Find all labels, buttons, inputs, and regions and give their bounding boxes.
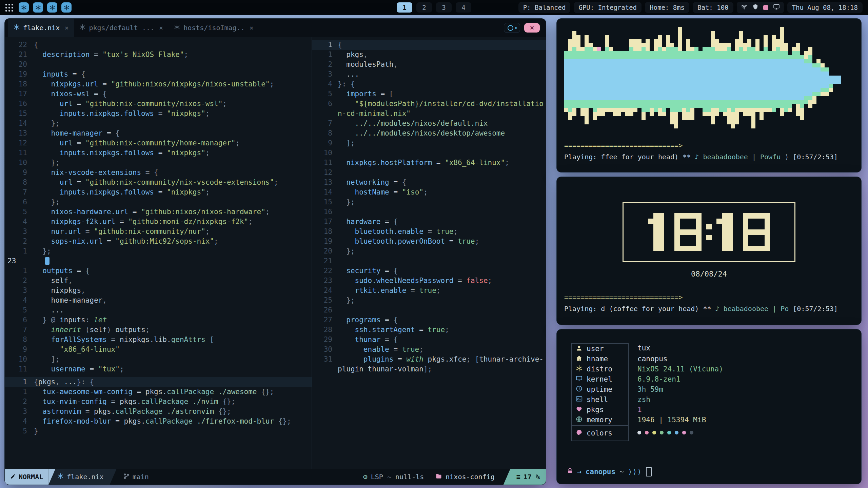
- code-line[interactable]: 15 inputs.nixpkgs.follows = "nixpkgs";: [5, 109, 312, 119]
- code-line[interactable]: 3 astronvim = pkgs.callPackage ./astronv…: [5, 407, 312, 416]
- code-line[interactable]: 4 home-manager,: [5, 296, 312, 305]
- tab-hosts-isoimage[interactable]: hosts/isoImag.. ×: [169, 19, 259, 37]
- code-line[interactable]: 26: [312, 305, 546, 315]
- code-line[interactable]: 6 } @ inputs: let: [5, 315, 312, 325]
- code-line[interactable]: 1 pkgs,: [312, 50, 546, 60]
- code-line[interactable]: 3 ...: [312, 69, 546, 79]
- code-line[interactable]: 10 };: [5, 158, 312, 168]
- code-line[interactable]: 4 nixpkgs-f2k.url = "github:moni-dz/nixp…: [5, 217, 312, 227]
- code-line[interactable]: 14 };: [5, 119, 312, 128]
- code-line[interactable]: 2 self,: [5, 276, 312, 286]
- shield-icon[interactable]: [752, 4, 758, 11]
- code-line[interactable]: 2 modulesPath,: [312, 60, 546, 69]
- code-line[interactable]: 11 username = "tux";: [5, 364, 312, 374]
- code-line[interactable]: 10: [312, 148, 546, 158]
- code-line[interactable]: 29 thunar = {: [312, 335, 546, 345]
- code-line[interactable]: 5 nixos-hardware.url = "github:nixos/nix…: [5, 207, 312, 217]
- code-line[interactable]: n-cd-minimal.nix": [312, 109, 546, 119]
- code-line[interactable]: 20: [5, 60, 312, 69]
- code-line[interactable]: 13 networking = {: [312, 178, 546, 187]
- code-line[interactable]: 13 home-manager = {: [5, 128, 312, 138]
- close-icon[interactable]: ×: [250, 24, 254, 32]
- display-icon[interactable]: [773, 3, 780, 12]
- code-line[interactable]: 22{: [5, 40, 312, 50]
- code-line[interactable]: 21: [312, 256, 546, 266]
- code-line[interactable]: 9 "x86_64-linux": [5, 345, 312, 354]
- code-line[interactable]: 4 firefox-mod-blur = pkgs.callPackage ./…: [5, 416, 312, 426]
- code-line[interactable]: 12: [312, 168, 546, 178]
- pane-hosts-isoimage[interactable]: 1{1 pkgs,2 modulesPath,3 ...4}: {5 impor…: [312, 37, 546, 469]
- code-line[interactable]: 3 nixpkgs,: [5, 286, 312, 296]
- code-line[interactable]: 28 ssh.startAgent = true;: [312, 325, 546, 335]
- code-line[interactable]: 22 security = {: [312, 266, 546, 276]
- code-line[interactable]: 4}: {: [312, 79, 546, 89]
- tag-2[interactable]: 2: [416, 2, 432, 13]
- dock-app-icon[interactable]: [61, 2, 72, 13]
- code-line[interactable]: 12 url = "github:nix-community/home-mana…: [5, 138, 312, 148]
- app-launcher-icon[interactable]: [5, 4, 13, 12]
- code-line[interactable]: 5 ...: [5, 305, 312, 315]
- code-line[interactable]: 25 };: [312, 296, 546, 305]
- close-icon[interactable]: ×: [159, 24, 163, 32]
- code-line[interactable]: 19 bluetooth.powerOnBoot = true;: [312, 237, 546, 246]
- code-line[interactable]: 16: [312, 207, 546, 217]
- code-line[interactable]: 23: [5, 256, 312, 266]
- code-line[interactable]: 6 };: [5, 197, 312, 207]
- code-line[interactable]: 7 inherit (self) outputs;: [5, 325, 312, 335]
- code-line[interactable]: 3 nur.url = "github:nix-community/nur";: [5, 227, 312, 237]
- pane-flake-nix[interactable]: 22{21 description = "tux's NixOS Flake";…: [5, 37, 312, 377]
- zen-toggle-button[interactable]: [504, 23, 520, 33]
- code-line[interactable]: 9 nix-vscode-extensions = {: [5, 168, 312, 178]
- wifi-icon[interactable]: [741, 3, 748, 12]
- dock-app-icon[interactable]: [19, 2, 29, 13]
- code-line[interactable]: 8 forAllSystems = nixpkgs.lib.genAttrs [: [5, 335, 312, 345]
- code-line[interactable]: 8 ../../modules/nixos/desktop/awesome: [312, 128, 546, 138]
- code-line[interactable]: 20 };: [312, 246, 546, 256]
- code-line[interactable]: 10 ];: [5, 354, 312, 364]
- dock-app-icon[interactable]: [47, 2, 57, 13]
- code-line[interactable]: 16 url = "github:nix-community/nixos-wsl…: [5, 99, 312, 109]
- tab-pkgs-default[interactable]: pkgs/default ... ×: [74, 19, 169, 37]
- code-line[interactable]: 27 programs = {: [312, 315, 546, 325]
- code-line[interactable]: 1 outputs = {: [5, 266, 312, 276]
- code-line[interactable]: 23 sudo.wheelNeedsPassword = false;: [312, 276, 546, 286]
- tag-3[interactable]: 3: [436, 2, 452, 13]
- tab-flake-nix[interactable]: flake.nix ×: [8, 19, 74, 37]
- code-line[interactable]: 17 hardware = {: [312, 217, 546, 227]
- code-line[interactable]: 21 description = "tux's NixOS Flake";: [5, 50, 312, 60]
- code-line[interactable]: 5 imports = [: [312, 89, 546, 99]
- code-line[interactable]: 6 "${modulesPath}/installer/cd-dvd/insta…: [312, 99, 546, 109]
- code-line[interactable]: 31 plugins = with pkgs.xfce; [thunar-arc…: [312, 354, 546, 364]
- code-line[interactable]: 7 ../../modules/nixos/default.nix: [312, 119, 546, 128]
- code-line[interactable]: 5}: [5, 426, 312, 436]
- close-icon[interactable]: ×: [64, 24, 68, 32]
- code-line[interactable]: 30 enable = true;: [312, 345, 546, 354]
- code-line[interactable]: 15 };: [312, 197, 546, 207]
- code-line[interactable]: 8 url = "github:nix-community/nix-vscode…: [5, 178, 312, 187]
- code-line[interactable]: 2 sops-nix.url = "github:Mic92/sops-nix"…: [5, 237, 312, 246]
- code-line[interactable]: 1 tux-awesome-wm-config = pkgs.callPacka…: [5, 387, 312, 397]
- code-line[interactable]: 24 rtkit.enable = true;: [312, 286, 546, 296]
- tag-1[interactable]: 1: [397, 2, 412, 13]
- code-line[interactable]: 14 hostName = "iso";: [312, 187, 546, 197]
- code-line[interactable]: 1{pkgs, ...}: {: [5, 377, 312, 387]
- window-close-button[interactable]: ×: [524, 23, 540, 33]
- code-line[interactable]: 11 inputs.nixpkgs.follows = "nixpkgs";: [5, 148, 312, 158]
- code-line[interactable]: 17 nixos-wsl = {: [5, 89, 312, 99]
- code-line[interactable]: 1{: [312, 40, 546, 50]
- code-line[interactable]: 18 nixpkgs.url = "github:nixos/nixpkgs/n…: [5, 79, 312, 89]
- color-picker-icon[interactable]: [763, 5, 768, 10]
- code-line[interactable]: 19 inputs = {: [5, 69, 312, 79]
- pane-pkgs-default[interactable]: 1{pkgs, ...}: {1 tux-awesome-wm-config =…: [5, 377, 312, 469]
- code-line[interactable]: 9 ];: [312, 138, 546, 148]
- code-line[interactable]: plugin thunar-volman];: [312, 364, 546, 374]
- tag-4[interactable]: 4: [456, 2, 471, 13]
- code-line[interactable]: 11 nixpkgs.hostPlatform = "x86_64-linux"…: [312, 158, 546, 168]
- code-line[interactable]: 7 inputs.nixpkgs.follows = "nixpkgs";: [5, 187, 312, 197]
- dock-app-icon[interactable]: [33, 2, 43, 13]
- code-line[interactable]: 2 tux-nvim-config = pkgs.callPackage ./n…: [5, 397, 312, 407]
- shell-prompt[interactable]: → canopus ~ ⟩⟩⟩: [567, 467, 652, 476]
- code-line[interactable]: 1 };: [5, 246, 312, 256]
- code-line[interactable]: 18 bluetooth.enable = true;: [312, 227, 546, 237]
- line-number: 3: [5, 227, 34, 237]
